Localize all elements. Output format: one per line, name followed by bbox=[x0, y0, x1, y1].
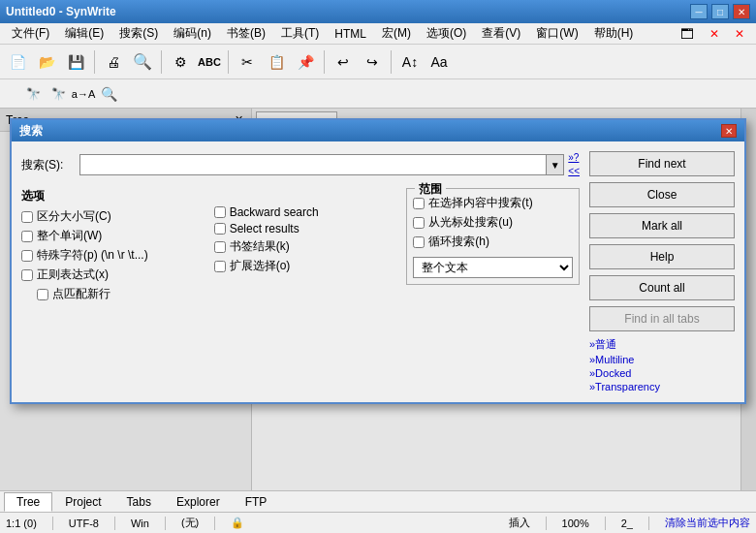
bottom-tab-tabs[interactable]: Tabs bbox=[114, 492, 164, 512]
option-case-label: 区分大小写(C) bbox=[37, 208, 111, 225]
option-word-checkbox[interactable] bbox=[21, 231, 33, 242]
link-normal[interactable]: »普通 bbox=[589, 337, 735, 352]
option-backward-label: Backward search bbox=[230, 205, 319, 219]
option-case-checkbox[interactable] bbox=[21, 211, 33, 223]
bottom-tab-project[interactable]: Project bbox=[52, 492, 113, 512]
menu-bar: 文件(F) 编辑(E) 搜索(S) 编码(n) 书签(B) 工具(T) HTML… bbox=[0, 23, 756, 45]
menu-macros[interactable]: 宏(M) bbox=[374, 23, 419, 44]
save-button[interactable]: 💾 bbox=[62, 48, 89, 76]
option-dotmatch-checkbox[interactable] bbox=[37, 289, 48, 300]
option-bookmark-checkbox[interactable] bbox=[214, 241, 226, 253]
modal-overlay: 搜索 ✕ 搜索(S): ▼ »? << bbox=[0, 109, 756, 490]
open-button[interactable]: 📂 bbox=[33, 48, 60, 76]
option-bookmark: 书签结果(k) bbox=[214, 238, 388, 255]
link-transparency[interactable]: »Transparency bbox=[589, 381, 735, 392]
search-input-row: 搜索(S): ▼ »? << bbox=[21, 151, 580, 178]
binoculars-button[interactable]: 🔭 bbox=[21, 82, 45, 106]
scope-select[interactable]: 整个文本 bbox=[413, 257, 573, 278]
dialog-title: 搜索 bbox=[19, 123, 43, 140]
search-input[interactable] bbox=[79, 154, 547, 175]
count-all-button[interactable]: Count all bbox=[589, 275, 735, 300]
close-window-button[interactable]: ✕ bbox=[733, 4, 750, 19]
link-docked[interactable]: »Docked bbox=[589, 367, 735, 379]
scope-wrap: 循环搜索(h) bbox=[413, 234, 573, 250]
dialog-title-bar: 搜索 ✕ bbox=[12, 120, 744, 141]
sort-button[interactable]: A↕ bbox=[396, 48, 424, 76]
option-extend: 扩展选择(o) bbox=[214, 258, 388, 274]
print-button[interactable]: 🖨 bbox=[100, 48, 127, 76]
app-title: Untitled0 - SynWrite bbox=[6, 5, 116, 18]
scope-cursor: 从光标处搜索(u) bbox=[413, 214, 573, 231]
search-dropdown-button[interactable]: ▼ bbox=[547, 154, 564, 175]
search-toolbar-button[interactable]: 🔍 bbox=[129, 48, 156, 76]
option-backward: Backward search bbox=[214, 205, 388, 219]
spell-button[interactable]: ABC bbox=[196, 48, 223, 76]
option-regex-checkbox[interactable] bbox=[21, 269, 33, 281]
menu-search[interactable]: 搜索(S) bbox=[111, 23, 166, 44]
link-multiline[interactable]: »Multiline bbox=[589, 354, 735, 365]
search-small-button[interactable]: 🔍 bbox=[97, 82, 120, 106]
toolbar-sep-3 bbox=[228, 50, 229, 74]
case-button[interactable]: a→A bbox=[72, 82, 95, 106]
scope-wrap-checkbox[interactable] bbox=[413, 236, 425, 248]
menu-icon1[interactable]: 🗔 bbox=[673, 24, 702, 44]
menu-tools[interactable]: 工具(T) bbox=[273, 23, 327, 44]
find-in-tabs-button[interactable]: Find in all tabs bbox=[589, 306, 735, 331]
cut-button[interactable]: ✂ bbox=[234, 48, 261, 76]
mark-all-button[interactable]: Mark all bbox=[589, 213, 735, 238]
status-sep-1 bbox=[52, 517, 53, 530]
find-next-button[interactable]: Find next bbox=[589, 151, 735, 176]
status-sep-3 bbox=[165, 517, 166, 530]
close-button[interactable]: Close bbox=[589, 182, 735, 207]
menu-view[interactable]: 查看(V) bbox=[474, 23, 528, 44]
option-extend-checkbox[interactable] bbox=[214, 261, 226, 272]
option-special: 特殊字符(p) (\n \r \t...) bbox=[21, 247, 195, 264]
menu-encode[interactable]: 编码(n) bbox=[166, 23, 219, 44]
undo-button[interactable]: ↩ bbox=[330, 48, 357, 76]
status-encoding: UTF-8 bbox=[69, 517, 99, 529]
font-button[interactable]: Aa bbox=[425, 48, 453, 76]
binoculars2-button[interactable]: 🔭 bbox=[47, 82, 70, 106]
option-select-checkbox[interactable] bbox=[214, 223, 226, 235]
arrow-down-link[interactable]: << bbox=[568, 165, 580, 178]
options-title: 选项 bbox=[21, 188, 195, 204]
bottom-tab-explorer[interactable]: Explorer bbox=[164, 492, 233, 512]
help-button[interactable]: Help bbox=[589, 244, 735, 269]
menu-window[interactable]: 窗口(W) bbox=[528, 23, 585, 44]
options-col1: 选项 区分大小写(C) 整个单词(W) 特殊字符(p bbox=[21, 188, 195, 305]
menu-file[interactable]: 文件(F) bbox=[4, 23, 57, 44]
toolbar-sep-5 bbox=[391, 50, 392, 74]
paste-button[interactable]: 📌 bbox=[292, 48, 319, 76]
dialog-close-button[interactable]: ✕ bbox=[721, 124, 737, 138]
toolbar-sep-1 bbox=[94, 50, 95, 74]
status-bar: 1:1 (0) UTF-8 Win (无) 🔒 插入 100% 2_ 清除当前选… bbox=[0, 512, 756, 533]
menu-edit[interactable]: 编辑(E) bbox=[57, 23, 111, 44]
menu-help[interactable]: 帮助(H) bbox=[586, 23, 642, 44]
new-button[interactable]: 📄 bbox=[4, 48, 31, 76]
scope-cursor-checkbox[interactable] bbox=[413, 217, 425, 229]
arrow-up-link[interactable]: »? bbox=[568, 151, 580, 165]
option-case: 区分大小写(C) bbox=[21, 208, 195, 225]
option-special-checkbox[interactable] bbox=[21, 250, 33, 262]
bottom-tab-ftp[interactable]: FTP bbox=[233, 492, 280, 512]
option-dotmatch-label: 点匹配新行 bbox=[52, 286, 110, 302]
menu-icon2[interactable]: ✕ bbox=[702, 25, 727, 43]
menu-icon3[interactable]: ✕ bbox=[727, 25, 752, 43]
dialog-links: »普通 »Multiline »Docked »Transparency bbox=[589, 337, 735, 392]
redo-button[interactable]: ↪ bbox=[359, 48, 386, 76]
dialog-right-panel: Find next Close Mark all Help Count all … bbox=[589, 151, 735, 392]
toolbar-secondary: 🔭 🔭 a→A 🔍 bbox=[0, 79, 756, 109]
scope-selection-checkbox[interactable] bbox=[413, 198, 425, 209]
copy-button[interactable]: 📋 bbox=[263, 48, 290, 76]
options-scope: 范围 在选择内容中搜索(t) 从光标处搜索(u) bbox=[406, 188, 580, 305]
menu-options[interactable]: 选项(O) bbox=[419, 23, 474, 44]
minimize-button[interactable]: ─ bbox=[690, 4, 708, 19]
menu-bookmarks[interactable]: 书签(B) bbox=[219, 23, 273, 44]
maximize-button[interactable]: □ bbox=[711, 4, 729, 19]
menu-html[interactable]: HTML bbox=[327, 25, 374, 43]
bottom-tab-tree[interactable]: Tree bbox=[4, 492, 52, 512]
status-clear-selection[interactable]: 清除当前选中内容 bbox=[665, 516, 750, 530]
option-backward-checkbox[interactable] bbox=[214, 206, 226, 218]
tools-button[interactable]: ⚙ bbox=[167, 48, 194, 76]
option-select: Select results bbox=[214, 222, 388, 235]
